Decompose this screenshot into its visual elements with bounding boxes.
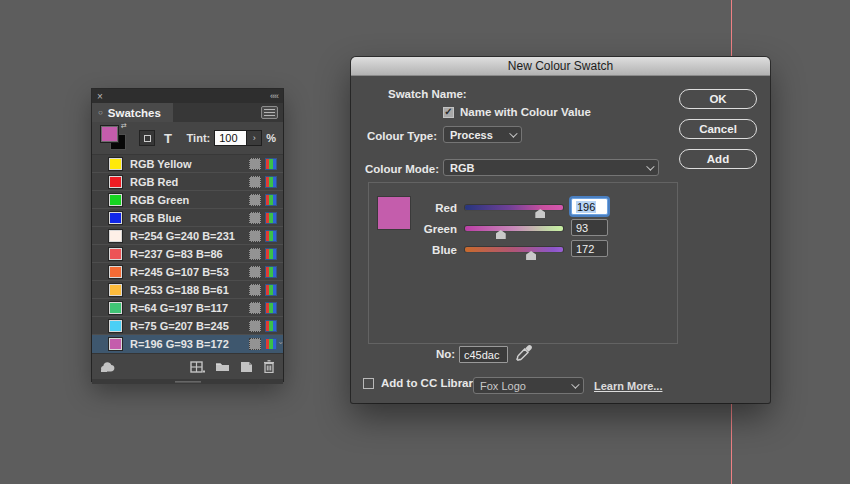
swatch-row[interactable]: RGB Green <box>92 191 283 209</box>
colour-type-value: Process <box>450 129 509 141</box>
swatches-panel: × «« ○ Swatches ⇄ T Tint: 100 › % RGB Ye… <box>92 89 283 381</box>
panel-bottom-bar <box>92 353 283 379</box>
none-pattern-icon <box>249 176 261 188</box>
rgb-mode-icon <box>265 266 277 278</box>
swatch-label: RGB Yellow <box>130 158 249 170</box>
swatch-row-icons <box>249 284 277 296</box>
swatch-list: RGB Yellow RGB Red RGB Green <box>92 155 283 353</box>
fill-stroke-proxy[interactable]: ⇄ <box>99 124 131 152</box>
green-slider-row: Green 93 <box>351 221 770 239</box>
green-slider-track[interactable] <box>465 226 563 231</box>
panel-titlebar: × «« <box>92 89 283 103</box>
tint-input[interactable]: 100 <box>214 130 247 146</box>
colour-mode-label: Colour Mode: <box>365 163 440 175</box>
swatch-label: RGB Green <box>130 194 249 206</box>
swatch-color-chip <box>109 338 122 350</box>
blue-slider-thumb[interactable] <box>526 251 536 260</box>
panel-collapse-icon[interactable]: «« <box>270 91 278 101</box>
panel-close-icon[interactable]: × <box>97 91 103 102</box>
rgb-mode-icon <box>265 176 277 188</box>
swatch-color-chip <box>109 230 122 242</box>
rgb-mode-icon <box>265 338 277 350</box>
scroll-down-chevron-icon[interactable]: ⌄ <box>277 337 284 346</box>
add-to-cc-library-label: Add to CC Library: <box>381 377 483 389</box>
colour-mode-dropdown[interactable]: RGB <box>443 159 659 176</box>
chevron-down-icon <box>509 129 517 137</box>
swatch-row[interactable]: RGB Red <box>92 173 283 191</box>
new-colour-group-folder-icon[interactable] <box>215 361 230 372</box>
none-pattern-icon <box>249 194 261 206</box>
swatch-row[interactable]: RGB Yellow <box>92 155 283 173</box>
rgb-mode-icon <box>265 302 277 314</box>
delete-swatch-trash-icon[interactable] <box>263 360 275 373</box>
cc-library-value: Fox Logo <box>480 380 571 392</box>
tint-dropdown-icon[interactable]: › <box>247 130 262 146</box>
swatch-color-chip <box>109 176 122 188</box>
show-swatch-kinds-icon[interactable] <box>190 361 205 373</box>
red-slider-track[interactable] <box>465 205 563 210</box>
name-with-colour-value-row: ✓ Name with Colour Value <box>443 106 591 118</box>
learn-more-link[interactable]: Learn More... <box>594 380 662 392</box>
add-to-cc-library-checkbox[interactable] <box>363 378 374 389</box>
swatch-label: R=75 G=207 B=245 <box>130 320 249 332</box>
blue-slider-row: Blue 172 <box>351 242 770 260</box>
swatch-row-icons <box>249 302 277 314</box>
ok-button[interactable]: OK <box>679 89 757 109</box>
none-pattern-icon <box>249 302 261 314</box>
swatch-row-icons <box>249 212 277 224</box>
cc-library-dropdown[interactable]: Fox Logo <box>473 377 584 394</box>
cc-libraries-icon[interactable] <box>100 361 117 373</box>
rgb-mode-icon <box>265 284 277 296</box>
fill-proxy-swatch[interactable] <box>100 125 119 143</box>
colour-type-dropdown[interactable]: Process <box>443 126 522 143</box>
swatch-row-icons <box>249 320 277 332</box>
formatting-affects-container-button[interactable] <box>139 130 155 146</box>
none-pattern-icon <box>249 284 261 296</box>
green-value-field[interactable]: 93 <box>571 219 608 236</box>
green-slider-thumb[interactable] <box>496 230 506 239</box>
swatch-row[interactable]: R=245 G=107 B=53 <box>92 263 283 281</box>
red-slider-thumb[interactable] <box>535 209 545 218</box>
none-pattern-icon <box>249 338 261 350</box>
swatch-row[interactable]: R=237 G=83 B=86 <box>92 245 283 263</box>
panel-controls-row: ⇄ T Tint: 100 › % <box>92 122 283 155</box>
swatch-color-chip <box>109 158 122 170</box>
name-with-colour-value-checkbox[interactable]: ✓ <box>443 107 454 118</box>
formatting-affects-text-button[interactable]: T <box>164 131 172 146</box>
colour-type-label: Colour Type: <box>367 130 440 142</box>
swatch-label: R=254 G=240 B=231 <box>130 230 249 242</box>
blue-value-field[interactable]: 172 <box>571 240 608 257</box>
panel-resize-handle[interactable] <box>92 379 283 384</box>
swatch-row-icons <box>249 338 277 350</box>
swatch-color-chip <box>109 302 122 314</box>
hex-value-field[interactable]: c45dac <box>459 346 508 363</box>
dialog-title[interactable]: New Colour Swatch <box>351 57 770 76</box>
swatch-row-icons <box>249 266 277 278</box>
cancel-button[interactable]: Cancel <box>679 119 757 139</box>
swatch-row[interactable]: R=254 G=240 B=231 <box>92 227 283 245</box>
eyedropper-icon[interactable] <box>516 344 533 361</box>
new-swatch-icon[interactable] <box>240 361 253 373</box>
tint-control: Tint: 100 › % <box>187 130 276 146</box>
swatch-name-label: Swatch Name: <box>388 88 467 100</box>
red-slider-row: Red 196 <box>351 200 770 218</box>
rgb-mode-icon <box>265 230 277 242</box>
red-label: Red <box>435 202 457 214</box>
none-pattern-icon <box>249 266 261 278</box>
blue-slider-track[interactable] <box>465 247 563 252</box>
swatch-row[interactable]: R=196 G=93 B=172 ⌄ <box>92 335 283 353</box>
swatch-color-chip <box>109 266 122 278</box>
panel-menu-icon[interactable] <box>261 106 278 119</box>
red-value-field[interactable]: 196 <box>571 198 608 215</box>
swatch-row-icons <box>249 158 277 170</box>
swatch-row[interactable]: R=64 G=197 B=117 <box>92 299 283 317</box>
tab-swatches[interactable]: ○ Swatches <box>92 103 173 122</box>
swap-fill-stroke-icon[interactable]: ⇄ <box>121 122 127 130</box>
swatch-label: R=196 G=93 B=172 <box>130 338 249 350</box>
swatch-row[interactable]: R=253 G=188 B=61 <box>92 281 283 299</box>
add-button[interactable]: Add <box>679 149 757 169</box>
swatch-row[interactable]: R=75 G=207 B=245 <box>92 317 283 335</box>
rgb-mode-icon <box>265 158 277 170</box>
swatch-row[interactable]: RGB Blue <box>92 209 283 227</box>
swatch-color-chip <box>109 212 122 224</box>
